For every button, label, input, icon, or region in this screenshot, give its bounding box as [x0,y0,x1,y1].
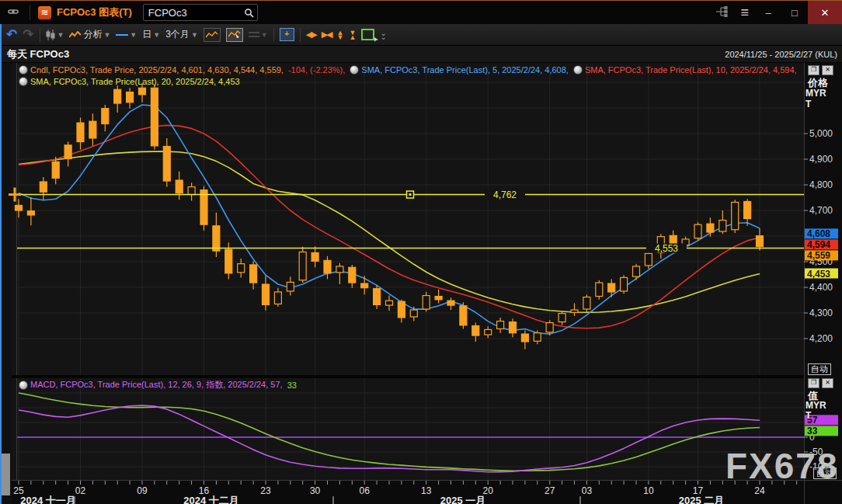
legend-item[interactable]: SMA, FCPOc3, Trade Price(Last), 10, 2025… [573,65,797,75]
legend-item[interactable]: MACD, FCPOc3, Trade Price(Last), 12, 26,… [19,379,283,391]
restore-panel-icon[interactable]: ❐ [808,65,819,75]
clock-icon [573,65,583,75]
xaxis-week-label: 23 [260,485,271,496]
candle-body [336,266,343,273]
candle-body [497,322,504,329]
chain-link-icon[interactable] [8,6,19,19]
auto-scale-button-main[interactable]: 自动 [808,363,831,375]
chart-type-button[interactable]: ▼ [46,30,64,40]
menu-icon[interactable]: ≡ [740,5,749,21]
candle-body [188,187,195,195]
xaxis-week-label: 27 [545,485,555,496]
candle-body [596,283,603,296]
candle-body [311,252,318,261]
trendline-label: 4,553 [655,243,678,254]
legend-item[interactable]: Cndl, FCPOc3, Trade Price, 2025/2/24, 4,… [19,65,284,75]
undo-button[interactable]: ↶ [6,26,17,43]
interval-button[interactable]: 日▼ [142,28,160,41]
xaxis-week-label: 30 [310,485,321,496]
clock-icon [19,381,28,390]
candle-body [287,282,294,291]
xaxis-month-label: 2024 十二月 [183,495,239,504]
candle-body [64,145,71,158]
redo-button[interactable]: ↷ [23,26,33,43]
search-input[interactable] [147,6,244,19]
legend-item[interactable]: 33 [287,381,297,390]
candle-body [299,252,306,280]
close-panel-icon[interactable]: ✕ [822,378,833,388]
divider [40,28,40,42]
legend-macd[interactable]: MACD, FCPOc3, Trade Price(Last), 12, 26,… [19,379,297,391]
chart-header: 每天 FCPOc3 2024/11/25 - 2025/2/27 (KUL) [0,46,842,63]
price-axis-currency: MYR [805,88,826,99]
chart-layout-icon[interactable] [204,28,221,42]
candle-body [127,92,134,103]
application-window: 4,7624,5535,0004,9004,8004,7004,5004,400… [0,0,842,504]
legend-item[interactable]: SMA, FCPOc3, Trade Price(Last), 20, 2025… [19,77,240,86]
expand-horizontal-icon[interactable]: ◀▶ [306,30,316,40]
chart-tab-title[interactable]: FCPOc3 图表(T) [57,5,132,19]
more-tools-icon[interactable]: ⌄⌄ [380,31,386,39]
price-badge-label: 33 [807,426,818,436]
app-icon: ≋ [38,6,51,19]
chart-annotate-icon[interactable] [226,28,243,42]
legend-item[interactable]: -104, (-2.23%), [288,65,345,75]
legend-item[interactable]: SMA, FCPOc3, Trade Price(Last), 5, 2025/… [350,65,569,75]
collapse-horizontal-icon[interactable]: ▶◀ [322,30,332,40]
search-icon[interactable] [244,8,254,18]
xaxis-month-label: 2024 十一月 [20,495,76,504]
candle-body [213,226,220,251]
close-button[interactable]: ✕ [808,1,842,24]
price-axis-t: T [805,99,811,109]
xaxis-week-label: 09 [137,485,148,496]
candle-body [361,283,368,288]
legend-line-1[interactable]: Cndl, FCPOc3, Trade Price, 2025/2/24, 4,… [19,65,797,75]
collapse-vertical-icon[interactable]: ▼▲ [349,30,356,40]
range-button[interactable]: 3个月▼ [165,28,198,41]
candle-body [151,88,158,146]
disabled-tool-button[interactable]: ▼ [249,31,268,39]
legend-text: SMA, FCPOc3, Trade Price(Last), 10, 2025… [585,65,797,75]
titlebar: ≋ FCPOc3 图表(T) ≡ – □ ✕ [0,1,842,25]
analysis-button[interactable]: 分析▼ [69,28,110,41]
xaxis-week-label: 03 [582,485,593,496]
legend-text: 33 [287,381,297,390]
candle-body [694,224,701,238]
candle-body [485,329,492,335]
price-panel-controls: ❐ ✕ [808,65,833,75]
candle-body [139,88,146,95]
candle-body [77,123,84,141]
panel-divider [12,375,804,378]
legend-line-2[interactable]: SMA, FCPOc3, Trade Price(Last), 20, 2025… [19,77,240,86]
candle-body [447,301,454,305]
link-tree-icon[interactable] [715,6,728,19]
candle-body [645,253,652,266]
candle-body [757,236,764,247]
restore-panel-icon[interactable]: ❐ [808,378,819,388]
scrollbar-fragment[interactable] [2,454,10,495]
legend-text: MACD, FCPOc3, Trade Price(Last), 12, 26,… [30,379,283,391]
candle-body [263,284,270,304]
candle-body [558,314,565,322]
security-search-box[interactable] [143,4,258,21]
close-panel-icon[interactable]: ✕ [822,65,833,75]
candle-body [719,221,726,232]
selection-tool-icon[interactable] [361,29,374,40]
line-style-button[interactable]: ▼ [116,31,137,39]
legend-text: SMA, FCPOc3, Trade Price(Last), 20, 2025… [30,77,240,86]
price-tick-label: 4,200 [809,333,833,344]
xaxis-month-label: 2025 二月 [679,495,725,504]
maximize-button[interactable]: □ [781,1,808,24]
minimize-button[interactable]: – [755,1,781,24]
expand-vertical-icon[interactable]: ▲▼ [337,30,344,40]
macd-axis-t: T [805,410,811,421]
xaxis-week-label: 24 [754,485,765,496]
grid-add-icon[interactable]: + [280,28,294,41]
price-tick-label: 4,400 [809,282,833,293]
divider [30,5,30,20]
price-badge-label: 4,559 [807,250,830,261]
xaxis-week-label: 02 [75,485,86,496]
candle-body [16,205,23,210]
candle-body [534,333,541,342]
zigzag-icon [69,31,82,39]
